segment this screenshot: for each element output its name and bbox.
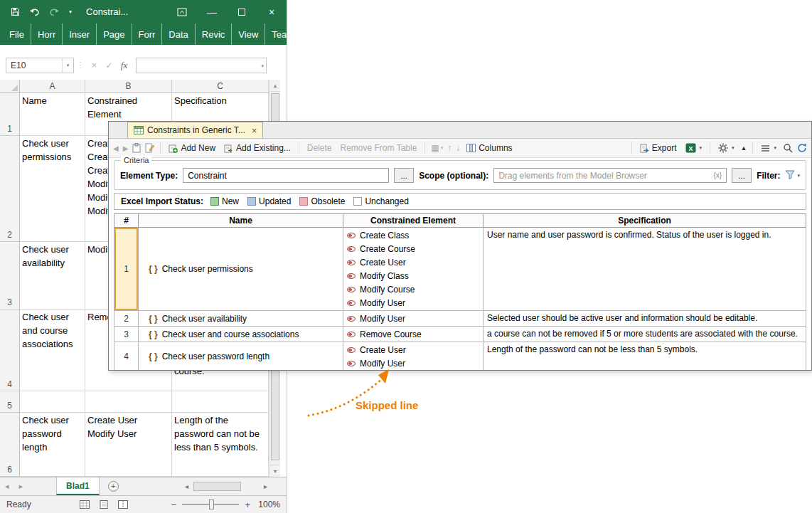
- cell-A5[interactable]: [20, 391, 85, 413]
- sheet-nav-right-icon[interactable]: ▸: [14, 482, 28, 491]
- minimize-button[interactable]: —: [197, 0, 227, 23]
- ribbon-tab-file[interactable]: File: [0, 23, 31, 45]
- back-icon[interactable]: ◀: [113, 144, 119, 152]
- row-header-5[interactable]: 5: [0, 391, 20, 413]
- normal-view-icon[interactable]: [80, 500, 90, 509]
- row-number-cell[interactable]: 4: [114, 342, 139, 371]
- zoom-level[interactable]: 100%: [256, 499, 280, 509]
- column-header-c[interactable]: C: [172, 80, 269, 93]
- table-row-4[interactable]: 4{ }Check user password lengthCreate Use…: [114, 342, 806, 371]
- cancel-icon[interactable]: ×: [87, 60, 102, 70]
- ribbon-tab-inser[interactable]: Inser: [63, 23, 97, 45]
- constrained-element-cell[interactable]: Remove Course: [343, 327, 484, 342]
- constrained-element-item[interactable]: Create Course: [345, 242, 481, 255]
- export-button[interactable]: Export: [638, 142, 679, 154]
- horizontal-scrollbar[interactable]: ◂ ▸: [181, 480, 271, 492]
- group-rows-icon[interactable]: ▦▾: [431, 143, 443, 153]
- move-up-icon[interactable]: ↑: [447, 143, 452, 153]
- constrained-element-item[interactable]: Modify Class: [345, 269, 481, 282]
- add-new-button[interactable]: Add New: [166, 142, 218, 154]
- row-header-2[interactable]: 2: [0, 136, 20, 242]
- formula-bar-splitter[interactable]: ⋮: [74, 60, 87, 70]
- page-layout-view-icon[interactable]: [99, 500, 109, 509]
- cell-C6[interactable]: Length of the password can not be less t…: [172, 413, 269, 477]
- column-header-a[interactable]: A: [20, 80, 85, 93]
- ribbon-tab-view[interactable]: View: [232, 23, 265, 45]
- constrained-element-item[interactable]: Remove Course: [345, 327, 481, 341]
- redo-icon[interactable]: [49, 8, 60, 16]
- zoom-out-button[interactable]: −: [171, 499, 177, 510]
- select-all-button[interactable]: [0, 80, 20, 93]
- search-icon[interactable]: [783, 143, 793, 153]
- scroll-down-icon[interactable]: ▾: [270, 465, 280, 477]
- columns-button[interactable]: Columns: [464, 142, 514, 154]
- name-box[interactable]: E10 ▾: [6, 58, 74, 73]
- ribbon-tab-tearr[interactable]: Tearr: [265, 23, 300, 45]
- sheet-nav-left-icon[interactable]: ◂: [0, 482, 14, 491]
- table-column-header-specification[interactable]: Specification: [484, 214, 806, 228]
- formula-input[interactable]: ▾: [136, 58, 267, 73]
- maximize-button[interactable]: [227, 0, 257, 23]
- edit-icon[interactable]: [145, 143, 154, 153]
- row-number-cell[interactable]: 1: [114, 228, 139, 311]
- ribbon-overflow-icon[interactable]: ▸: [348, 23, 357, 45]
- customize-quick-access-icon[interactable]: ▾: [69, 9, 72, 15]
- column-header-b[interactable]: B: [85, 80, 172, 93]
- table-column-header-constrained-element[interactable]: Constrained Element: [343, 214, 484, 228]
- copy-icon[interactable]: [132, 143, 141, 153]
- name-box-dropdown-icon[interactable]: ▾: [62, 58, 73, 73]
- table-row-2[interactable]: 2{ }Check user availabilityModify UserSe…: [114, 311, 806, 327]
- ribbon-tab-horr[interactable]: Horr: [31, 23, 63, 45]
- constrained-element-cell[interactable]: Create ClassCreate CourseCreate UserModi…: [343, 228, 484, 311]
- horizontal-scroll-track[interactable]: [192, 482, 260, 491]
- scope-browse-button[interactable]: ...: [732, 168, 752, 183]
- formula-expand-icon[interactable]: ▾: [261, 63, 264, 69]
- view-options-button[interactable]: ▾: [759, 143, 779, 154]
- row-number-cell[interactable]: 2: [114, 311, 139, 327]
- constrained-element-item[interactable]: Create User: [345, 255, 481, 269]
- insert-function-icon[interactable]: fx: [117, 60, 132, 71]
- cell-B5[interactable]: [85, 391, 172, 413]
- scroll-up-icon[interactable]: ▴: [270, 80, 280, 92]
- cell-A3[interactable]: Check user availability: [20, 242, 85, 310]
- page-break-view-icon[interactable]: [118, 500, 128, 509]
- ribbon-tab-forr[interactable]: Forr: [132, 23, 163, 45]
- table-column-header-num[interactable]: #: [114, 214, 139, 228]
- element-type-field[interactable]: Constraint: [183, 168, 389, 183]
- name-cell[interactable]: { }Check user and course associations: [139, 327, 343, 342]
- zoom-slider-thumb[interactable]: [209, 499, 214, 509]
- constrained-element-item[interactable]: Modify User: [345, 296, 481, 310]
- cell-A1[interactable]: Name: [20, 93, 85, 136]
- row-header-4[interactable]: 4: [0, 310, 20, 391]
- row-number-cell[interactable]: 3: [114, 327, 139, 342]
- row-header-1[interactable]: 1: [0, 93, 20, 136]
- ribbon-display-options-icon[interactable]: [177, 8, 187, 16]
- name-cell[interactable]: { }Check user availability: [139, 311, 343, 327]
- specification-cell[interactable]: User name and user password is confirmed…: [484, 228, 806, 311]
- ribbon-tab-data[interactable]: Data: [162, 23, 195, 45]
- row-header-3[interactable]: 3: [0, 242, 20, 310]
- ribbon-tab-page[interactable]: Page: [97, 23, 132, 45]
- scroll-left-icon[interactable]: ◂: [181, 482, 192, 490]
- constrained-element-cell[interactable]: Modify User: [343, 311, 484, 327]
- specification-cell[interactable]: Selected user should be active user and …: [484, 311, 806, 327]
- delete-button[interactable]: Delete: [305, 142, 334, 154]
- table-column-header-name[interactable]: Name: [139, 214, 343, 228]
- zoom-slider[interactable]: [182, 504, 239, 505]
- element-type-browse-button[interactable]: ...: [394, 168, 414, 183]
- constrained-element-item[interactable]: Create User: [345, 343, 481, 356]
- name-cell[interactable]: { }Check user permissions: [139, 228, 343, 311]
- close-tab-icon[interactable]: ×: [252, 125, 257, 136]
- tell-me-box[interactable]: Tell m: [300, 23, 348, 45]
- remove-from-table-button[interactable]: Remove From Table: [338, 142, 420, 154]
- save-icon[interactable]: [11, 7, 20, 16]
- table-options-button[interactable]: ▾: [716, 142, 737, 154]
- ribbon-tab-revic[interactable]: Revic: [196, 23, 233, 45]
- cell-B6[interactable]: Create User Modify User: [85, 413, 172, 477]
- table-row-1[interactable]: 1{ }Check user permissionsCreate ClassCr…: [114, 228, 806, 311]
- tab-constraints-generic-table[interactable]: Constraints in Generic T... ×: [127, 122, 263, 138]
- constrained-element-item[interactable]: Modify Course: [345, 282, 481, 296]
- filter-button[interactable]: ▾: [785, 170, 800, 181]
- scroll-right-icon[interactable]: ▸: [260, 482, 271, 490]
- cell-A4[interactable]: Check user and course associations: [20, 310, 85, 391]
